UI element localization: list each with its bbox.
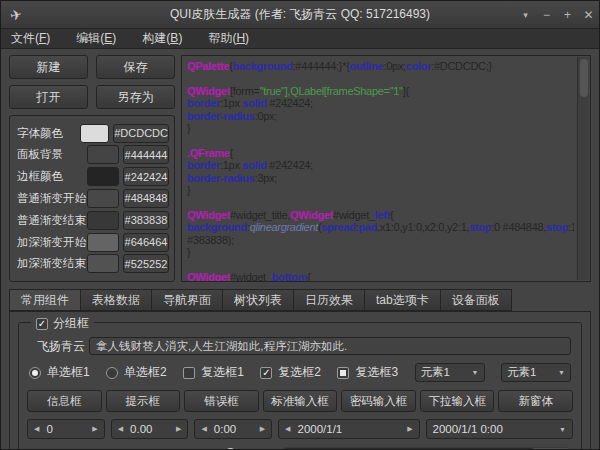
checkbox-2[interactable]: ✓ 复选框2 <box>260 364 321 381</box>
dropdown-input-button[interactable]: 下拉输入框 <box>420 390 495 412</box>
color-row-panel-bg: 面板背景 #444444 <box>15 145 169 165</box>
datetime-edit[interactable]: 2000/1/1 0:00 ▼ <box>426 419 573 439</box>
window-menu-arrow-icon[interactable]: ▾ <box>515 1 536 29</box>
groupbox-label: 分组框 <box>53 315 89 332</box>
tab-nav-ui[interactable]: 导航界面 <box>151 289 222 311</box>
checkbox-box-icon: ✓ <box>337 367 349 379</box>
chevron-down-icon: ▼ <box>559 426 566 433</box>
menu-file[interactable]: 文件(F) <box>11 30 50 47</box>
groupbox: ✓ 分组框 飞扬青云 拿人钱财替人消灾,人生江湖如此,程序江湖亦如此. 单选框1… <box>18 322 582 450</box>
color-row-deep-grad-start: 加深渐变开始 #646464 <box>15 232 169 252</box>
error-box-button[interactable]: 错误框 <box>184 390 259 412</box>
border-color-swatch[interactable] <box>87 167 119 186</box>
motto-text-input[interactable]: 拿人钱财替人消灾,人生江湖如此,程序江湖亦如此. <box>89 337 571 355</box>
menu-edit[interactable]: 编辑(E) <box>76 30 116 47</box>
qss-code-editor[interactable]: QPalette{background:#444444;}*{outline:0… <box>181 55 591 282</box>
new-button[interactable]: 新建 <box>9 55 88 79</box>
tip-box-button[interactable]: 提示框 <box>106 390 181 412</box>
spin-left-arrow-icon[interactable]: ◀ <box>34 425 39 433</box>
spin-right-arrow-icon[interactable]: ▶ <box>176 425 181 433</box>
color-row-deep-grad-end: 加深渐变结束 #525252 <box>15 254 169 274</box>
panel-bg-hex-input[interactable]: #444444 <box>123 145 169 164</box>
window-controls: ▾ − + ✕ <box>515 1 599 29</box>
spin-left-arrow-icon[interactable]: ◀ <box>118 425 123 433</box>
double-spinbox[interactable]: ◀ 0.00 ▶ <box>111 419 189 439</box>
font-color-hex-input[interactable]: #DCDCDC <box>113 124 169 143</box>
color-settings-frame: 字体颜色 #DCDCDC 面板背景 #444444 边框颜色 #242424 普… <box>9 115 175 282</box>
menu-build[interactable]: 构建(B) <box>142 30 182 47</box>
time-spinbox[interactable]: ◀ 0:00 ▶ <box>194 419 272 439</box>
deep-grad-start-hex-input[interactable]: #646464 <box>123 233 169 252</box>
color-row-font: 字体颜色 #DCDCDC <box>15 123 169 143</box>
info-box-button[interactable]: 信息框 <box>27 390 102 412</box>
tab-tree-list[interactable]: 树状列表 <box>222 289 293 311</box>
spin-right-arrow-icon[interactable]: ▶ <box>92 425 97 433</box>
author-label: 飞扬青云 <box>27 338 89 355</box>
spin-left-arrow-icon[interactable]: ◀ <box>285 425 290 433</box>
font-color-swatch[interactable] <box>80 124 109 143</box>
tabbar: 常用组件 表格数据 导航界面 树状列表 日历效果 tab选项卡 设备面板 <box>9 289 591 311</box>
groupbox-checkbox[interactable]: ✓ <box>36 318 48 330</box>
checkbox-box-icon: ✓ <box>260 367 272 379</box>
int-spinbox[interactable]: ◀ 0 ▶ <box>27 419 105 439</box>
color-row-grad-start: 普通渐变开始 #484848 <box>15 188 169 208</box>
editor-scrollbar[interactable] <box>577 57 589 280</box>
menubar: 文件(F) 编辑(E) 构建(B) 帮助(H) <box>1 29 599 49</box>
tab-table-data[interactable]: 表格数据 <box>80 289 151 311</box>
grad-start-hex-input[interactable]: #484848 <box>123 189 169 208</box>
chevron-down-icon: ▼ <box>558 369 565 376</box>
tab-calendar[interactable]: 日历效果 <box>293 289 364 311</box>
main-area: 新建 保存 打开 另存为 字体颜色 #DCDCDC 面板背景 #444444 边… <box>1 49 599 282</box>
checkbox-3[interactable]: ✓ 复选框3 <box>337 364 398 381</box>
code-text: QPalette{background:#444444;}*{outline:0… <box>182 56 590 282</box>
spin-right-arrow-icon[interactable]: ▶ <box>407 425 412 433</box>
radio-circle-icon <box>106 367 118 379</box>
grad-end-swatch[interactable] <box>87 211 119 230</box>
date-spinbox[interactable]: ◀ 2000/1/1 ▶ <box>278 419 419 439</box>
open-button[interactable]: 打开 <box>9 85 88 109</box>
panel-bg-swatch[interactable] <box>87 145 119 164</box>
grad-start-swatch[interactable] <box>87 189 119 208</box>
tab-device-panel[interactable]: 设备面板 <box>440 289 512 311</box>
color-row-grad-end: 普通渐变结束 #383838 <box>15 210 169 230</box>
spin-right-arrow-icon[interactable]: ▶ <box>260 425 265 433</box>
tab-common-widgets[interactable]: 常用组件 <box>9 289 80 311</box>
standard-input-button[interactable]: 标准输入框 <box>263 390 338 412</box>
radio-2[interactable]: 单选框2 <box>106 364 167 381</box>
groupbox-legend: ✓ 分组框 <box>31 315 94 332</box>
color-row-border: 边框颜色 #242424 <box>15 167 169 187</box>
window-title: QUI皮肤生成器 (作者: 飞扬青云 QQ: 517216493) <box>1 6 599 23</box>
minimize-icon[interactable]: − <box>536 1 557 29</box>
password-input-button[interactable]: 密码输入框 <box>341 390 416 412</box>
tab-pane: ✓ 分组框 飞扬青云 拿人钱财替人消灾,人生江湖如此,程序江湖亦如此. 单选框1… <box>9 311 591 450</box>
radio-1[interactable]: 单选框1 <box>29 364 90 381</box>
tab-tab-pages[interactable]: tab选项卡 <box>364 289 440 311</box>
left-panel: 新建 保存 打开 另存为 字体颜色 #DCDCDC 面板背景 #444444 边… <box>9 55 175 282</box>
spin-left-arrow-icon[interactable]: ◀ <box>201 425 206 433</box>
checkbox-box-icon: ✓ <box>36 318 48 330</box>
check-icon: ✓ <box>38 319 46 329</box>
deep-grad-start-swatch[interactable] <box>87 233 119 252</box>
grad-end-hex-input[interactable]: #383838 <box>123 211 169 230</box>
chevron-down-icon: ▼ <box>472 369 479 376</box>
app-plane-icon: ✈ <box>0 4 32 26</box>
radio-circle-icon <box>29 367 41 379</box>
deep-grad-end-hex-input[interactable]: #525252 <box>123 254 169 273</box>
combobox-2[interactable]: 元素1 ▼ <box>501 363 571 382</box>
checkbox-1[interactable]: ✓ 复选框1 <box>183 364 244 381</box>
new-window-button[interactable]: 新窗体 <box>498 390 573 412</box>
editor-scrollbar-thumb[interactable] <box>580 59 588 97</box>
combobox-1[interactable]: 元素1 ▼ <box>415 363 485 382</box>
titlebar: ✈ QUI皮肤生成器 (作者: 飞扬青云 QQ: 517216493) ▾ − … <box>1 1 599 29</box>
checkbox-box-icon: ✓ <box>183 367 195 379</box>
menu-help[interactable]: 帮助(H) <box>208 30 249 47</box>
save-button[interactable]: 保存 <box>96 55 175 79</box>
close-icon[interactable]: ✕ <box>578 1 599 29</box>
maximize-icon[interactable]: + <box>557 1 578 29</box>
save-as-button[interactable]: 另存为 <box>96 85 175 109</box>
border-color-hex-input[interactable]: #242424 <box>123 167 169 186</box>
deep-grad-end-swatch[interactable] <box>87 254 119 273</box>
